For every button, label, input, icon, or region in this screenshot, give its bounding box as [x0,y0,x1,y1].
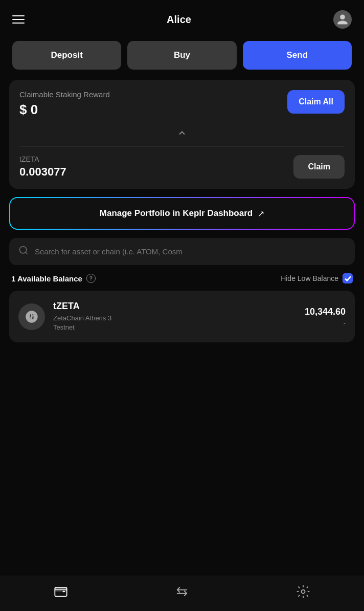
asset-name: tZETA [53,301,297,312]
chevron-up-button[interactable] [19,122,345,146]
balance-header: 1 Available Balance ? Hide Low Balance [0,273,364,291]
avatar-button[interactable] [333,10,352,29]
action-buttons: Deposit Buy Send [0,37,364,80]
keplr-label: Manage Portfolio in Keplr Dashboard [100,208,253,219]
hide-low-balance-toggle[interactable]: Hide Low Balance [281,273,353,283]
staking-amount: $ 0 [19,102,110,118]
header: Alice [0,0,364,37]
claim-button[interactable]: Claim [293,155,345,179]
asset-card[interactable]: tZETA ZetaChain Athens 3Testnet 10,344.6… [9,291,355,342]
claim-all-button[interactable]: Claim All [287,90,345,114]
balance-count-label: 1 Available Balance [11,274,82,283]
svg-point-5 [302,590,305,594]
bottom-nav [0,576,364,611]
asset-icon [18,303,45,330]
nav-transfer[interactable] [175,584,189,599]
hide-low-balance-label: Hide Low Balance [281,274,338,282]
asset-balance: 10,344.60 - [305,307,346,327]
external-link-icon: ↗ [258,209,264,219]
nav-wallet[interactable] [54,584,68,599]
asset-info: tZETA ZetaChain Athens 3Testnet [53,301,297,332]
svg-line-1 [26,252,28,254]
buy-button[interactable]: Buy [127,41,236,70]
asset-usd: - [305,319,346,327]
hide-low-balance-checkbox[interactable] [343,273,353,283]
menu-button[interactable] [12,15,25,24]
keplr-banner[interactable]: Manage Portfolio in Keplr Dashboard ↗ [9,197,355,230]
nav-settings[interactable] [296,584,310,599]
search-icon [18,245,29,258]
staking-detail: tZETA 0.003077 Claim [19,146,345,189]
page-title: Alice [167,14,191,26]
staking-token-label: tZETA [19,155,66,163]
asset-amount: 10,344.60 [305,307,346,317]
info-icon[interactable]: ? [86,274,96,283]
search-input[interactable] [35,247,346,256]
staking-label: Claimable Staking Reward [19,90,110,99]
staking-token-amount: 0.003077 [19,165,66,179]
deposit-button[interactable]: Deposit [12,41,121,70]
asset-chain: ZetaChain Athens 3Testnet [53,314,297,332]
svg-point-0 [20,247,27,253]
staking-card: Claimable Staking Reward $ 0 Claim All t… [9,80,355,189]
send-button[interactable]: Send [243,41,352,70]
search-container [9,238,355,265]
